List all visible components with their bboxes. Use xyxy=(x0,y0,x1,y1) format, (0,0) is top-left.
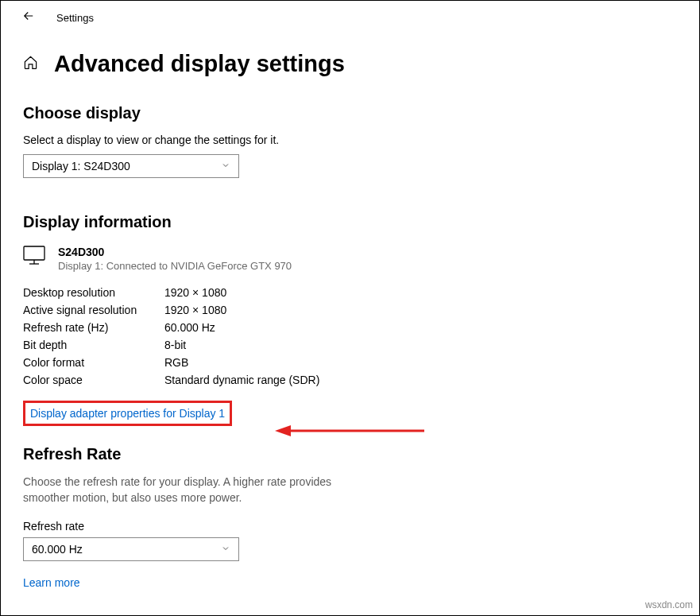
active-resolution-value: 1920 × 1080 xyxy=(164,304,226,316)
watermark: wsxdn.com xyxy=(645,599,693,610)
adapter-properties-highlight: Display adapter properties for Display 1 xyxy=(23,401,232,426)
back-button[interactable] xyxy=(21,9,36,27)
desktop-resolution-label: Desktop resolution xyxy=(23,286,164,299)
svg-rect-0 xyxy=(24,246,44,260)
display-select[interactable]: Display 1: S24D300 xyxy=(23,154,239,178)
monitor-name: S24D300 xyxy=(58,246,292,258)
refresh-rate-select-value: 60.000 Hz xyxy=(32,543,83,556)
bit-depth-label: Bit depth xyxy=(23,339,164,351)
color-space-label: Color space xyxy=(23,374,164,386)
desktop-resolution-value: 1920 × 1080 xyxy=(164,286,226,299)
window-title: Settings xyxy=(56,12,94,24)
display-select-value: Display 1: S24D300 xyxy=(32,160,130,172)
refresh-rate-desc: Choose the refresh rate for your display… xyxy=(23,475,373,506)
display-info-heading: Display information xyxy=(23,213,677,231)
display-info-table: Desktop resolution 1920 × 1080 Active si… xyxy=(23,286,677,386)
adapter-properties-link[interactable]: Display adapter properties for Display 1 xyxy=(30,407,225,420)
page-title: Advanced display settings xyxy=(54,51,345,77)
choose-display-desc: Select a display to view or change the s… xyxy=(23,134,677,146)
refresh-rate-field-label: Refresh rate xyxy=(23,520,677,533)
refresh-rate-value: 60.000 Hz xyxy=(164,321,215,334)
annotation-arrow xyxy=(275,423,426,439)
choose-display-heading: Choose display xyxy=(23,104,677,122)
color-space-value: Standard dynamic range (SDR) xyxy=(164,374,319,386)
chevron-down-icon xyxy=(221,544,230,555)
refresh-rate-heading: Refresh Rate xyxy=(23,445,677,463)
home-icon[interactable] xyxy=(23,55,38,74)
svg-marker-4 xyxy=(275,425,291,436)
color-format-label: Color format xyxy=(23,356,164,369)
monitor-icon xyxy=(23,246,45,265)
learn-more-link[interactable]: Learn more xyxy=(23,576,80,589)
monitor-sub: Display 1: Connected to NVIDIA GeForce G… xyxy=(58,260,292,272)
refresh-rate-select[interactable]: 60.000 Hz xyxy=(23,537,239,561)
chevron-down-icon xyxy=(221,161,230,172)
refresh-rate-label: Refresh rate (Hz) xyxy=(23,321,164,334)
color-format-value: RGB xyxy=(164,356,188,369)
bit-depth-value: 8-bit xyxy=(164,339,186,351)
active-resolution-label: Active signal resolution xyxy=(23,304,164,316)
